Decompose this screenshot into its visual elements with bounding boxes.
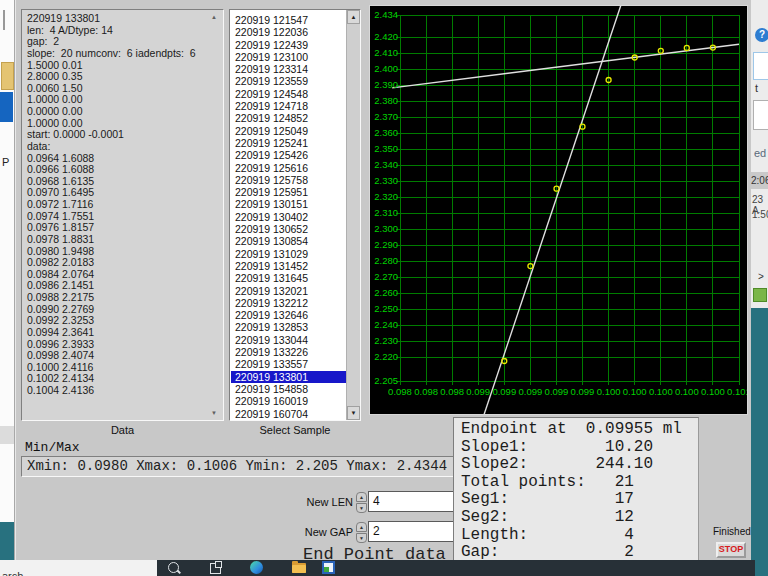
t-text-fragment: t <box>755 82 758 94</box>
new-gap-label: New GAP <box>281 526 353 538</box>
stop-button[interactable]: STOP <box>716 542 746 558</box>
text-cursor-fragment <box>3 10 5 30</box>
svg-text:0.099: 0.099 <box>492 386 516 397</box>
list-item[interactable]: 220919 124852 <box>231 112 346 124</box>
result-line: Total points: 21 <box>454 474 698 492</box>
background-window-right: ? t ed 2:06 23 A 1:50 > <box>750 0 768 308</box>
list-item[interactable]: 220919 132021 <box>231 285 346 297</box>
list-item[interactable]: 220919 130854 <box>231 235 346 247</box>
task-view-icon-overlay[interactable] <box>215 561 222 568</box>
list-item[interactable]: 220919 125241 <box>231 137 346 149</box>
list-item[interactable]: 220919 123100 <box>231 51 346 63</box>
list-item[interactable]: 220919 123314 <box>231 63 346 75</box>
list-item[interactable]: 220919 125616 <box>231 162 346 174</box>
edge-browser-icon[interactable] <box>250 561 263 574</box>
list-item-selected[interactable]: 220919 133801 <box>231 371 346 383</box>
list-item[interactable]: 220919 125758 <box>231 174 346 186</box>
svg-text:0.099: 0.099 <box>571 386 595 397</box>
decrement-icon[interactable]: ▼ <box>356 503 367 513</box>
yellow-icon-fragment <box>1 62 14 90</box>
list-item[interactable]: 220919 132853 <box>231 321 346 333</box>
scroll-down-icon[interactable]: ▼ <box>211 410 217 416</box>
svg-text:0.099: 0.099 <box>519 386 543 397</box>
sample-list-scrollbar[interactable]: ▲ ▼ <box>346 10 360 420</box>
data-line: 0.0982 2.0183 <box>27 257 207 269</box>
new-len-field[interactable]: 4 <box>368 491 458 512</box>
chevron-right-icon[interactable]: > <box>758 271 764 282</box>
list-item[interactable]: 220919 130652 <box>231 223 346 235</box>
data-line: 220919 133801 <box>27 13 207 25</box>
list-item[interactable]: 220919 131029 <box>231 248 346 260</box>
result-line: Length: 4 <box>454 527 698 545</box>
results-indicator: Endpoint at 0.09955 mlSlope1: 10.20Slope… <box>453 417 699 560</box>
svg-text:2.230: 2.230 <box>374 335 398 346</box>
list-item[interactable]: 220919 132212 <box>231 297 346 309</box>
list-item[interactable]: 220919 131452 <box>231 260 346 272</box>
data-panel-caption: Data <box>21 424 224 436</box>
minmax-label: Min/Max <box>25 440 80 455</box>
list-item[interactable]: 220919 133557 <box>231 358 346 370</box>
list-item[interactable]: 220919 125049 <box>231 125 346 137</box>
taskbar-search-input[interactable]: arch <box>0 560 157 576</box>
scroll-down-button[interactable]: ▼ <box>347 406 360 420</box>
increment-icon[interactable]: ▲ <box>356 522 367 532</box>
data-line: 0.0978 1.8831 <box>27 234 207 246</box>
list-item[interactable]: 220919 122036 <box>231 26 346 38</box>
list-item[interactable]: 220919 132646 <box>231 309 346 321</box>
list-item[interactable]: 220919 125426 <box>231 149 346 161</box>
svg-text:2.270: 2.270 <box>374 271 398 282</box>
svg-text:2.260: 2.260 <box>374 287 398 298</box>
scroll-up-button[interactable]: ▲ <box>347 10 360 24</box>
help-icon[interactable]: ? <box>755 28 768 42</box>
finished-label: Finished <box>713 526 751 537</box>
svg-text:2.410: 2.410 <box>374 47 398 58</box>
svg-text:2.320: 2.320 <box>374 191 398 202</box>
svg-text:2.250: 2.250 <box>374 303 398 314</box>
decrement-icon[interactable]: ▼ <box>356 533 367 543</box>
list-item[interactable]: 220919 121547 <box>231 14 346 26</box>
svg-text:2.434: 2.434 <box>374 9 398 20</box>
sample-listbox[interactable]: 220919 121547220919 122036220919 1224392… <box>229 9 361 421</box>
input-fragment-bottom[interactable] <box>753 100 768 130</box>
list-item[interactable]: 220919 131645 <box>231 272 346 284</box>
data-text-panel[interactable]: 220919 133801len: 4 A/Dtype: 14gap: 2slo… <box>21 9 224 421</box>
list-item[interactable]: 220919 160704 <box>231 408 346 420</box>
ed-text-fragment: ed <box>754 147 766 159</box>
increment-icon[interactable]: ▲ <box>356 492 367 502</box>
pinned-app-icon[interactable] <box>322 561 335 574</box>
new-gap-field[interactable]: 2 <box>368 521 458 542</box>
svg-text:0.100: 0.100 <box>649 386 673 397</box>
sample-items: 220919 121547220919 122036220919 1224392… <box>231 14 346 420</box>
xy-graph-canvas: 0.0980.0980.0980.0990.0990.0990.0990.099… <box>370 6 747 414</box>
new-gap-spinner[interactable]: ▲ ▼ <box>356 522 367 543</box>
data-line: 0.0998 2.4074 <box>27 350 207 362</box>
scroll-up-icon[interactable]: ▲ <box>211 14 217 20</box>
search-icon-tail[interactable] <box>177 570 181 574</box>
new-len-spinner[interactable]: ▲ ▼ <box>356 492 367 513</box>
highlighted-row-fragment[interactable]: 2:06 <box>751 172 768 189</box>
list-item[interactable]: 220919 124718 <box>231 100 346 112</box>
svg-text:2.300: 2.300 <box>374 223 398 234</box>
list-item[interactable]: 220919 133044 <box>231 334 346 346</box>
list-item[interactable]: 220919 130151 <box>231 198 346 210</box>
file-explorer-icon[interactable] <box>292 565 306 573</box>
background-window-left: P <box>0 0 14 522</box>
svg-text:2.220: 2.220 <box>374 351 398 362</box>
list-item[interactable]: 220919 125951 <box>231 186 346 198</box>
list-item[interactable]: 220919 160019 <box>231 395 346 407</box>
gray-row-fragment <box>0 426 14 444</box>
data-panel-scrollbar[interactable]: ▲ ▼ <box>208 10 223 420</box>
list-item[interactable]: 220919 133226 <box>231 346 346 358</box>
input-fragment-top[interactable] <box>753 52 768 80</box>
data-line: slope: 20 numconv: 6 iadendpts: 6 <box>27 48 207 60</box>
svg-text:0.100: 0.100 <box>623 386 647 397</box>
svg-text:0.098: 0.098 <box>414 386 438 397</box>
minmax-indicator: Xmin: 0.0980 Xmax: 0.1006 Ymin: 2.205 Ym… <box>21 456 458 477</box>
result-line: Endpoint at 0.09955 ml <box>454 421 698 439</box>
list-item[interactable]: 220919 130402 <box>231 211 346 223</box>
list-item[interactable]: 220919 122439 <box>231 39 346 51</box>
result-line: Slope2: 244.10 <box>454 456 698 474</box>
list-item[interactable]: 220919 124548 <box>231 88 346 100</box>
list-item[interactable]: 220919 154858 <box>231 383 346 395</box>
list-item[interactable]: 220919 123559 <box>231 75 346 87</box>
